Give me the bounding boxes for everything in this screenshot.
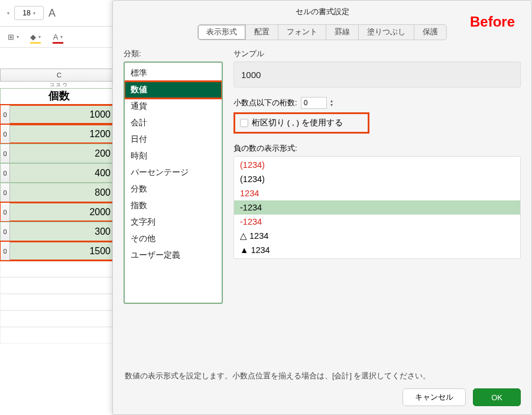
category-item[interactable]: 標準 xyxy=(125,65,222,82)
format-cells-dialog: セルの書式設定 Before 表示形式配置フォント罫線塗りつぶし保護 分類: 標… xyxy=(112,0,532,415)
row-stub: 0 xyxy=(1,105,10,124)
cell-value: 400 xyxy=(95,168,111,179)
cell-value: 1500 xyxy=(89,246,111,257)
font-size-input[interactable]: 18 ▾ xyxy=(14,6,44,20)
cancel-button[interactable]: キャンセル xyxy=(403,388,466,406)
empty-cell[interactable] xyxy=(0,261,118,277)
thousands-separator-checkbox-row[interactable]: 桁区切り ( , ) を使用する xyxy=(233,112,369,134)
category-label: 分類: xyxy=(124,48,223,59)
row-stub: 0 xyxy=(1,183,10,202)
font-color-button[interactable]: A▾ xyxy=(51,30,65,44)
font-size-value: 18 xyxy=(22,9,30,17)
ok-button[interactable]: OK xyxy=(473,388,521,406)
tab-3[interactable]: 罫線 xyxy=(326,24,359,40)
category-item[interactable]: 日付 xyxy=(125,131,222,148)
row-stub: 0 xyxy=(1,125,10,143)
sample-label: サンプル xyxy=(233,48,521,59)
category-item[interactable]: その他 xyxy=(125,231,222,247)
category-item[interactable]: 指数 xyxy=(125,197,222,214)
category-item[interactable]: パーセンテージ xyxy=(125,164,222,181)
category-item[interactable]: 時刻 xyxy=(125,148,222,164)
toolbar-row-2: ⊞▾ ◆▾ A▾ xyxy=(0,27,118,48)
help-text: 数値の表示形式を設定します。小数点位置を揃える場合は、[会計] を選択してくださ… xyxy=(125,371,520,381)
category-item[interactable]: 通貨 xyxy=(125,98,222,115)
cell-value: 1200 xyxy=(89,129,111,140)
tab-2[interactable]: フォント xyxy=(278,24,326,40)
decimals-row: 小数点以下の桁数: ▴▾ xyxy=(233,97,521,109)
category-item[interactable]: 文字列 xyxy=(125,214,222,231)
empty-cell[interactable] xyxy=(0,327,118,343)
decimals-input[interactable] xyxy=(301,97,327,109)
row-stub: 0 xyxy=(1,222,10,241)
data-cell[interactable]: 0800 xyxy=(0,183,118,202)
cell-value: 800 xyxy=(95,187,111,198)
negative-format-label: 負の数の表示形式: xyxy=(233,143,521,154)
tab-0[interactable]: 表示形式 xyxy=(197,24,246,40)
toolbar-row-1: ▾ 18 ▾ A xyxy=(0,0,118,27)
negative-format-item[interactable]: -1234 xyxy=(234,215,520,229)
negative-format-item[interactable]: (1234) xyxy=(234,158,520,172)
decimals-stepper[interactable]: ▴▾ xyxy=(330,99,333,107)
negative-format-item[interactable]: ▲ 1234 xyxy=(234,243,520,257)
negative-format-list[interactable]: (1234)(1234)1234-1234-1234△ 1234▲ 1234 xyxy=(233,156,521,259)
chevron-down-icon: ▾ xyxy=(33,11,35,16)
tab-5[interactable]: 保護 xyxy=(414,24,447,40)
data-cell[interactable]: 02000 xyxy=(0,202,118,222)
negative-format-item[interactable]: -1234 xyxy=(234,200,520,215)
dialog-tabs: 表示形式配置フォント罫線塗りつぶし保護 xyxy=(189,24,455,40)
dropdown-caret-icon[interactable]: ▾ xyxy=(7,11,9,16)
column-header[interactable]: C xyxy=(0,69,118,82)
data-cell[interactable]: 0200 xyxy=(0,144,118,163)
header-cell[interactable]: 個数 xyxy=(0,88,118,105)
data-cell[interactable]: 0300 xyxy=(0,222,118,241)
annotation-before: Before xyxy=(470,14,515,30)
fill-color-button[interactable]: ◆▾ xyxy=(28,30,43,44)
borders-button[interactable]: ⊞▾ xyxy=(6,30,20,44)
cell-value: 300 xyxy=(95,226,111,237)
empty-cell[interactable] xyxy=(0,310,118,327)
category-item[interactable]: ユーザー定義 xyxy=(125,247,222,264)
tab-4[interactable]: 塗りつぶし xyxy=(358,24,414,40)
sample-box: 1000 xyxy=(233,61,521,87)
negative-format-item[interactable]: △ 1234 xyxy=(234,229,520,243)
data-cell[interactable]: 01200 xyxy=(0,124,118,144)
increase-font-button[interactable]: A xyxy=(48,7,56,20)
row-stub: 0 xyxy=(1,144,10,163)
data-cell[interactable]: 0400 xyxy=(0,163,118,183)
row-stub: 0 xyxy=(1,242,10,260)
row-stub: 0 xyxy=(1,164,10,182)
negative-format-item[interactable]: 1234 xyxy=(234,186,520,200)
data-cell[interactable]: 01500 xyxy=(0,241,118,261)
empty-cell[interactable] xyxy=(0,294,118,310)
cell-value: 2000 xyxy=(89,207,111,218)
decimals-label: 小数点以下の桁数: xyxy=(233,98,297,108)
thousands-label: 桁区切り ( , ) を使用する xyxy=(252,118,343,128)
checkbox-icon[interactable] xyxy=(240,119,248,127)
negative-format-item[interactable]: (1234) xyxy=(234,172,520,186)
category-item[interactable]: 分数 xyxy=(125,181,222,197)
spreadsheet-grid: C コスウ 個数 0100001200020004000800020000300… xyxy=(0,69,118,343)
dialog-buttons: キャンセル OK xyxy=(403,388,521,406)
dialog-title: セルの書式設定 xyxy=(113,1,531,21)
sample-value: 1000 xyxy=(241,70,261,80)
category-item[interactable]: 数値 xyxy=(125,82,222,98)
spreadsheet-background: ▾ 18 ▾ A ⊞▾ ◆▾ A▾ C コスウ 個数 0100001200020… xyxy=(0,0,118,415)
category-list[interactable]: 標準数値通貨会計日付時刻パーセンテージ分数指数文字列その他ユーザー定義 xyxy=(124,61,223,304)
empty-cell[interactable] xyxy=(0,277,118,294)
cell-value: 200 xyxy=(95,148,111,159)
cell-value: 1000 xyxy=(89,109,111,120)
data-cell[interactable]: 01000 xyxy=(0,105,118,124)
tab-1[interactable]: 配置 xyxy=(245,24,278,40)
category-item[interactable]: 会計 xyxy=(125,115,222,131)
row-stub: 0 xyxy=(1,203,10,221)
header-ruby: コスウ xyxy=(0,82,118,88)
